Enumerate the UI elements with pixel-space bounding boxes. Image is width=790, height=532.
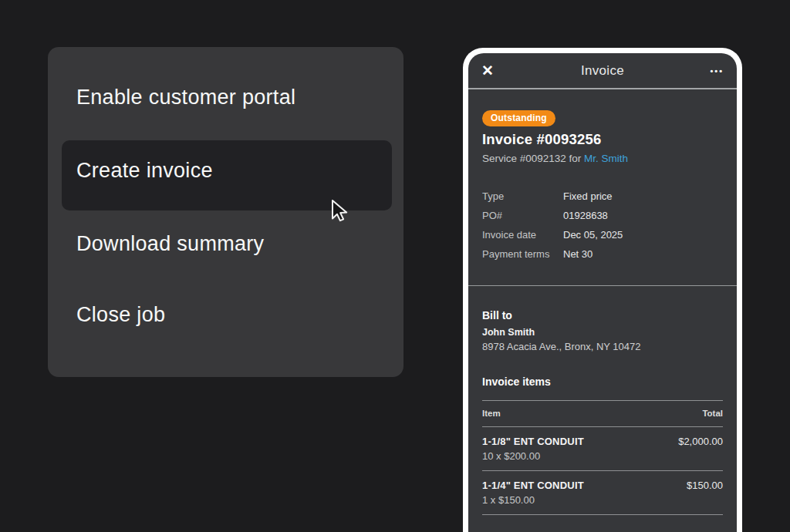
menu-item-enable-customer-portal[interactable]: Enable customer portal: [76, 83, 295, 111]
item-name: 1-1/8" ENT CONDUIT: [482, 436, 584, 448]
invoice-item-row: 1-1/8" ENT CONDUIT $2,000.00 10 x $200.0…: [482, 427, 723, 470]
column-header-item: Item: [482, 409, 501, 418]
column-header-total: Total: [702, 409, 723, 418]
status-badge: Outstanding: [482, 110, 555, 126]
divider: [482, 514, 723, 515]
item-total: $2,000.00: [678, 436, 723, 448]
bill-to-name: John Smith: [482, 326, 723, 338]
detail-label: Invoice date: [482, 225, 563, 244]
menu-item-close-job[interactable]: Close job: [76, 301, 165, 328]
customer-link[interactable]: Mr. Smith: [584, 153, 628, 164]
invoice-item-row: 1-1/4" ENT CONDUIT $150.00 1 x $150.00: [482, 471, 723, 514]
screen-title: Invoice: [505, 63, 701, 79]
detail-value: 01928638: [563, 206, 723, 225]
bill-to-address: 8978 Acacia Ave., Bronx, NY 10472: [482, 341, 723, 353]
invoice-items-heading: Invoice items: [482, 375, 723, 389]
phone-mockup: ✕ Invoice ••• Outstanding Invoice #00932…: [463, 48, 742, 532]
bill-to-heading: Bill to: [482, 308, 723, 322]
item-total: $150.00: [687, 480, 723, 492]
invoice-details: Type Fixed price PO# 01928638 Invoice da…: [482, 187, 723, 264]
desktop-background: { "menu": { "items": [ { "label": "Enabl…: [0, 0, 790, 532]
detail-value: Dec 05, 2025: [563, 225, 723, 244]
invoice-items-column-headers: Item Total: [482, 401, 723, 426]
menu-item-create-invoice[interactable]: Create invoice: [76, 157, 213, 184]
detail-label: Payment terms: [482, 244, 563, 264]
item-quantity-price: 10 x $200.00: [482, 450, 723, 463]
item-name: 1-1/4" ENT CONDUIT: [482, 480, 584, 492]
detail-value: Fixed price: [563, 187, 723, 206]
invoice-screen-body: Outstanding Invoice #0093256 Service #00…: [468, 89, 737, 515]
action-menu: Enable customer portal Create invoice Do…: [48, 47, 403, 377]
mouse-cursor-icon: [329, 199, 348, 224]
divider: [468, 285, 737, 286]
detail-label: PO#: [482, 206, 563, 225]
service-line: Service #0092132 for Mr. Smith: [482, 152, 723, 165]
more-options-icon[interactable]: •••: [701, 66, 724, 76]
detail-label: Type: [482, 187, 563, 206]
invoice-screen-header: ✕ Invoice •••: [468, 53, 737, 89]
service-line-text: Service #0092132 for: [482, 153, 584, 164]
close-icon[interactable]: ✕: [481, 62, 505, 79]
item-quantity-price: 1 x $150.00: [482, 494, 723, 507]
invoice-number: Invoice #0093256: [482, 131, 723, 148]
invoice-screen: ✕ Invoice ••• Outstanding Invoice #00932…: [468, 53, 737, 532]
menu-item-download-summary[interactable]: Download summary: [76, 230, 264, 258]
detail-value: Net 30: [563, 244, 723, 264]
